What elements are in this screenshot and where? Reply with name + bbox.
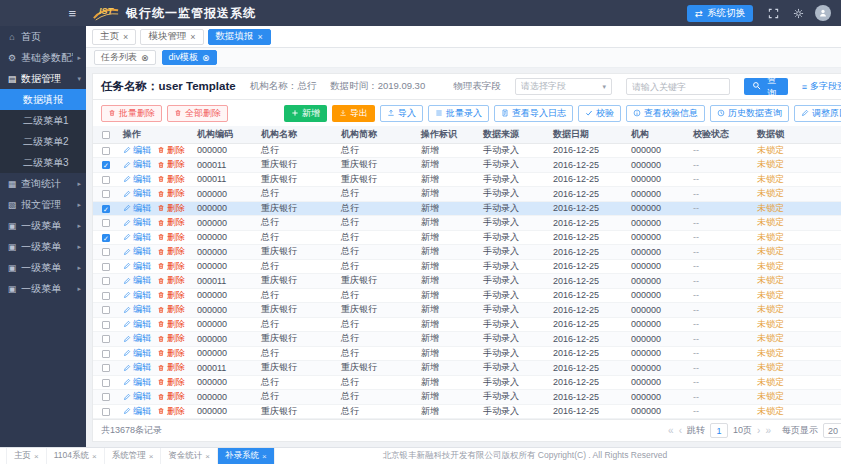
toolbar-button[interactable]: 全部删除 [167, 105, 228, 122]
delete-link[interactable]: 删除 [157, 390, 185, 403]
edit-link[interactable]: 编辑 [123, 289, 151, 302]
row-checkbox[interactable] [102, 364, 110, 372]
edit-link[interactable]: 编辑 [123, 347, 151, 360]
edit-link[interactable]: 编辑 [123, 158, 151, 171]
row-checkbox[interactable] [102, 379, 110, 387]
delete-link[interactable]: 删除 [157, 361, 185, 374]
close-icon[interactable]: × [34, 452, 39, 461]
row-checkbox[interactable] [102, 408, 110, 416]
toolbar-button[interactable]: 导出 [332, 105, 375, 122]
row-checkbox[interactable] [102, 350, 110, 358]
edit-link[interactable]: 编辑 [123, 231, 151, 244]
edit-link[interactable]: 编辑 [123, 376, 151, 389]
edit-link[interactable]: 编辑 [123, 144, 151, 157]
page-number-input[interactable]: 1 [710, 423, 728, 438]
edit-link[interactable]: 编辑 [123, 187, 151, 200]
delete-link[interactable]: 删除 [157, 158, 185, 171]
row-checkbox[interactable] [102, 292, 110, 300]
edit-link[interactable]: 编辑 [123, 216, 151, 229]
delete-link[interactable]: 删除 [157, 332, 185, 345]
delete-link[interactable]: 删除 [157, 216, 185, 229]
sidebar-item[interactable]: ▣一级菜单▸ [0, 215, 86, 236]
close-icon[interactable]: × [123, 32, 128, 42]
toolbar-button[interactable]: 批量录入 [428, 105, 489, 122]
sidebar-item[interactable]: ▦查询统计▸ [0, 173, 86, 194]
collapse-menu-icon[interactable]: ≡ [68, 7, 76, 20]
tab[interactable]: 数据填报× [208, 29, 271, 45]
sidebar-subitem[interactable]: 二级菜单1 [0, 110, 86, 131]
search-button[interactable]: 查询 [744, 78, 788, 95]
edit-link[interactable]: 编辑 [123, 318, 151, 331]
bottom-tab[interactable]: 1104系统× [47, 448, 105, 464]
delete-link[interactable]: 删除 [157, 187, 185, 200]
edit-link[interactable]: 编辑 [123, 361, 151, 374]
bottom-tab[interactable]: 资金统计× [161, 448, 218, 464]
sidebar-item[interactable]: ▣一级菜单▸ [0, 257, 86, 278]
toolbar-button[interactable]: 历史数据查询 [710, 105, 789, 122]
edit-link[interactable]: 编辑 [123, 390, 151, 403]
row-checkbox[interactable] [102, 147, 110, 155]
sidebar-item[interactable]: ▣一级菜单▸ [0, 278, 86, 299]
row-checkbox[interactable] [102, 248, 110, 256]
delete-link[interactable]: 删除 [157, 289, 185, 302]
toolbar-button[interactable]: 查看导入日志 [494, 105, 573, 122]
edit-link[interactable]: 编辑 [123, 274, 151, 287]
edit-link[interactable]: 编辑 [123, 245, 151, 258]
delete-link[interactable]: 删除 [157, 405, 185, 418]
field-select[interactable]: 请选择字段 ▾ [515, 78, 612, 95]
delete-link[interactable]: 删除 [157, 347, 185, 360]
sidebar-subitem[interactable]: 二级菜单3 [0, 152, 86, 173]
row-checkbox[interactable] [102, 321, 110, 329]
breadcrumb-chip[interactable]: 任务列表⊗ [94, 50, 156, 65]
row-checkbox[interactable] [102, 393, 110, 401]
delete-link[interactable]: 删除 [157, 303, 185, 316]
system-switch-button[interactable]: ⇄ 系统切换 [687, 5, 753, 22]
row-checkbox[interactable] [102, 306, 110, 314]
edit-link[interactable]: 编辑 [123, 173, 151, 186]
row-checkbox[interactable] [102, 190, 110, 198]
breadcrumb-chip[interactable]: div模板⊗ [162, 50, 217, 65]
next-page-icon[interactable]: › [757, 426, 760, 436]
tab[interactable]: 模块管理× [140, 29, 203, 45]
edit-link[interactable]: 编辑 [123, 202, 151, 215]
user-avatar[interactable] [815, 5, 831, 21]
sidebar-subitem[interactable]: 二级菜单2 [0, 131, 86, 152]
delete-link[interactable]: 删除 [157, 144, 185, 157]
per-page-select[interactable]: 20 ▾ [823, 423, 841, 438]
close-icon[interactable]: × [205, 452, 210, 461]
row-checkbox[interactable] [102, 263, 110, 271]
close-icon[interactable]: × [149, 452, 154, 461]
bottom-tab[interactable]: 系统管理× [105, 448, 162, 464]
row-checkbox[interactable] [102, 335, 110, 343]
sidebar-item[interactable]: ▧报文管理▸ [0, 194, 86, 215]
sidebar-item[interactable]: ▣一级菜单▸ [0, 236, 86, 257]
row-checkbox[interactable]: ✓ [102, 161, 110, 169]
delete-link[interactable]: 删除 [157, 318, 185, 331]
delete-link[interactable]: 删除 [157, 231, 185, 244]
close-icon[interactable]: × [258, 32, 263, 42]
tab[interactable]: 主页× [92, 29, 136, 45]
delete-link[interactable]: 删除 [157, 173, 185, 186]
toolbar-button[interactable]: 调整原因 [794, 105, 841, 122]
row-checkbox[interactable] [102, 219, 110, 227]
row-checkbox[interactable]: ✓ [102, 205, 110, 213]
close-icon[interactable]: × [92, 452, 97, 461]
edit-link[interactable]: 编辑 [123, 332, 151, 345]
row-checkbox[interactable] [102, 176, 110, 184]
close-icon[interactable]: × [190, 32, 195, 42]
keyword-input[interactable] [626, 78, 730, 95]
edit-link[interactable]: 编辑 [123, 303, 151, 316]
delete-link[interactable]: 删除 [157, 245, 185, 258]
sidebar-subitem[interactable]: 数据填报 [0, 89, 86, 110]
toolbar-button[interactable]: 导入 [380, 105, 423, 122]
bottom-tab[interactable]: 补录系统× [218, 448, 275, 464]
sidebar-item[interactable]: ⚙基础参数配置▸ [0, 47, 86, 68]
bottom-tab[interactable]: 主页× [6, 448, 47, 464]
toolbar-button[interactable]: 新增 [284, 105, 327, 122]
multi-field-search-link[interactable]: ≡ 多字段查询 [802, 80, 841, 93]
edit-link[interactable]: 编辑 [123, 260, 151, 273]
close-circle-icon[interactable]: ⊗ [141, 53, 149, 63]
row-checkbox[interactable] [102, 277, 110, 285]
row-checkbox[interactable]: ✓ [102, 234, 110, 242]
first-page-icon[interactable]: « [668, 426, 674, 436]
